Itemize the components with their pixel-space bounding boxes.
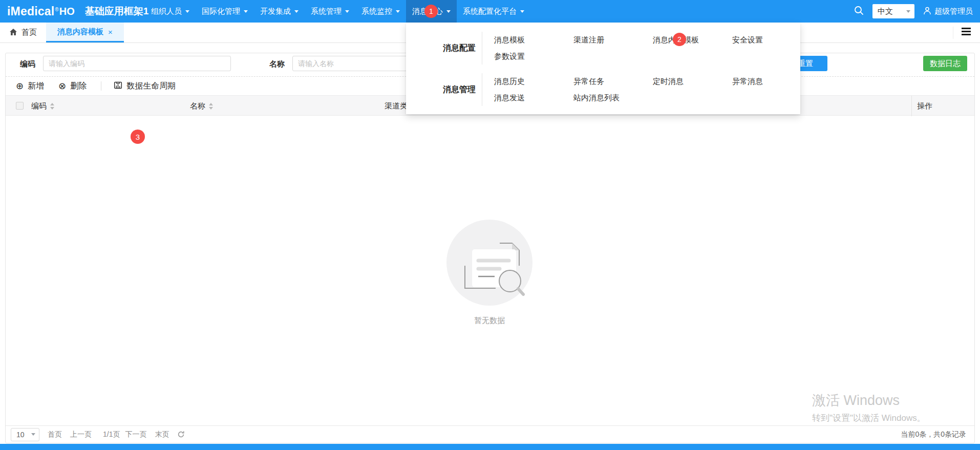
chevron-down-icon — [520, 10, 524, 13]
name-filter-label: 名称 — [269, 59, 285, 69]
delete-circle-icon: ⊗ — [58, 81, 66, 91]
home-icon — [9, 28, 17, 37]
nav-item-dev[interactable]: 开发集成 — [254, 0, 305, 23]
watermark-line1: 激活 Windows — [812, 391, 926, 410]
sort-icon[interactable] — [50, 103, 54, 110]
sort-icon[interactable] — [209, 103, 213, 110]
next-page-button[interactable]: 下一页 — [125, 430, 146, 439]
main-menu: 组织人员 国际化管理 开发集成 系统管理 系统监控 消息中心 系统配置化平台 — [145, 0, 530, 23]
user-icon — [923, 7, 931, 16]
hamburger-icon — [962, 28, 971, 35]
tab-list-menu-button[interactable] — [953, 27, 975, 39]
username: 超级管理员 — [934, 7, 973, 16]
add-button[interactable]: ⊕ 新增 — [16, 81, 44, 92]
message-center-dropdown-panel: 消息配置 消息模板 参数设置 渠道注册 消息内容模板 安全设置 消息管理 — [406, 23, 800, 114]
column-divider — [911, 96, 912, 116]
screen: iMedical®HO 基础应用框架1 组织人员 国际化管理 开发集成 系统管理… — [0, 0, 980, 450]
top-nav: iMedical®HO 基础应用框架1 组织人员 国际化管理 开发集成 系统管理… — [0, 0, 980, 23]
menu-item-security-settings[interactable]: 安全设置 — [732, 32, 800, 48]
nav-item-config-platform[interactable]: 系统配置化平台 — [457, 0, 530, 23]
select-all-checkbox[interactable] — [16, 102, 24, 110]
close-icon[interactable]: × — [108, 28, 113, 36]
empty-text: 暂无数据 — [446, 316, 532, 326]
chevron-down-icon — [396, 10, 400, 13]
tab-message-content-template[interactable]: 消息内容模板 × — [46, 23, 124, 42]
page-indicator: 1/1页 — [103, 430, 120, 439]
menu-item-message-history[interactable]: 消息历史 — [494, 73, 562, 90]
menu-group-message-config: 消息配置 消息模板 参数设置 渠道注册 消息内容模板 安全设置 — [437, 32, 800, 65]
watermark-line2: 转到"设置"以激活 Windows。 — [812, 412, 926, 424]
chevron-down-icon — [244, 10, 248, 13]
prev-page-button[interactable]: 上一页 — [70, 430, 92, 439]
logo-product: HO — [59, 6, 75, 17]
app-logo: iMedical®HO 基础应用框架1 — [7, 0, 148, 23]
data-lifecycle-icon — [114, 81, 122, 92]
data-log-button[interactable]: 数据日志 — [923, 56, 967, 71]
empty-state: 暂无数据 — [446, 220, 532, 326]
chevron-down-icon — [294, 10, 299, 13]
nav-item-i18n[interactable]: 国际化管理 — [196, 0, 254, 23]
code-filter-input[interactable] — [43, 56, 231, 71]
column-header-action: 操作 — [917, 96, 932, 116]
nav-item-sysmgmt[interactable]: 系统管理 — [305, 0, 355, 23]
menu-item-message-content-template[interactable]: 消息内容模板 — [653, 32, 720, 48]
refresh-icon[interactable] — [177, 431, 185, 438]
windows-activation-watermark: 激活 Windows 转到"设置"以激活 Windows。 — [812, 391, 926, 424]
add-circle-icon: ⊕ — [16, 81, 24, 91]
step-badge-3: 3 — [131, 130, 145, 144]
tab-home-label: 首页 — [22, 28, 37, 37]
nav-item-sysmonitor[interactable]: 系统监控 — [355, 0, 406, 23]
delete-button-label: 删除 — [70, 81, 87, 92]
menu-item-site-message-list[interactable]: 站内消息列表 — [573, 90, 641, 106]
logo-brand: iMedical — [7, 5, 54, 18]
last-page-button[interactable]: 末页 — [155, 430, 169, 439]
tab-label: 消息内容模板 — [57, 27, 103, 37]
delete-button[interactable]: ⊗ 删除 — [58, 81, 87, 92]
page-size-select[interactable]: 10 — [11, 428, 39, 441]
menu-group-label: 消息配置 — [437, 32, 482, 65]
app-title: 基础应用框架1 — [85, 5, 149, 18]
menu-item-abnormal-message[interactable]: 异常消息 — [732, 73, 800, 90]
add-button-label: 新增 — [28, 81, 44, 92]
data-lifecycle-button[interactable]: 数据生命周期 — [114, 81, 176, 92]
column-header-name[interactable]: 名称 — [190, 96, 213, 116]
logo-registered-mark: ® — [55, 7, 58, 12]
step-badge-1: 1 — [424, 5, 438, 18]
search-icon[interactable] — [854, 5, 864, 17]
chevron-down-icon — [345, 10, 349, 13]
chevron-down-icon — [446, 10, 451, 13]
no-data-illustration-icon — [446, 298, 532, 307]
menu-item-scheduled-message[interactable]: 定时消息 — [653, 73, 720, 90]
chevron-down-icon — [31, 433, 35, 436]
data-lifecycle-label: 数据生命周期 — [126, 81, 176, 92]
menu-item-parameter-settings[interactable]: 参数设置 — [494, 48, 562, 65]
nav-item-org[interactable]: 组织人员 — [145, 0, 196, 23]
menu-item-channel-register[interactable]: 渠道注册 — [573, 32, 641, 48]
pagination-bar: 10 首页 上一页 1/1页 下一页 末页 当前0条，共0条记录 — [6, 425, 974, 443]
page-size-value: 10 — [16, 431, 25, 439]
chevron-down-icon — [906, 10, 910, 13]
menu-item-abnormal-task[interactable]: 异常任务 — [573, 73, 641, 90]
footer-bar — [0, 444, 980, 450]
column-header-code[interactable]: 编码 — [31, 96, 54, 116]
language-select-value: 中文 — [878, 7, 893, 16]
toolbar-separator — [101, 81, 101, 91]
code-filter-label: 编码 — [20, 59, 35, 69]
menu-item-message-send[interactable]: 消息发送 — [494, 90, 562, 106]
menu-group-label: 消息管理 — [437, 73, 482, 106]
step-badge-2: 2 — [673, 33, 686, 46]
user-menu[interactable]: 超级管理员 — [923, 7, 973, 16]
menu-group-message-management: 消息管理 消息历史 消息发送 异常任务 站内消息列表 定时消息 异常消息 — [437, 73, 800, 106]
language-select[interactable]: 中文 — [872, 4, 914, 18]
tab-home[interactable]: 首页 — [0, 23, 46, 42]
nav-right-cluster: 中文 超级管理员 — [854, 0, 973, 23]
menu-item-message-template[interactable]: 消息模板 — [494, 32, 562, 48]
first-page-button[interactable]: 首页 — [48, 430, 62, 439]
chevron-down-icon — [185, 10, 189, 13]
record-count-summary: 当前0条，共0条记录 — [901, 430, 966, 439]
